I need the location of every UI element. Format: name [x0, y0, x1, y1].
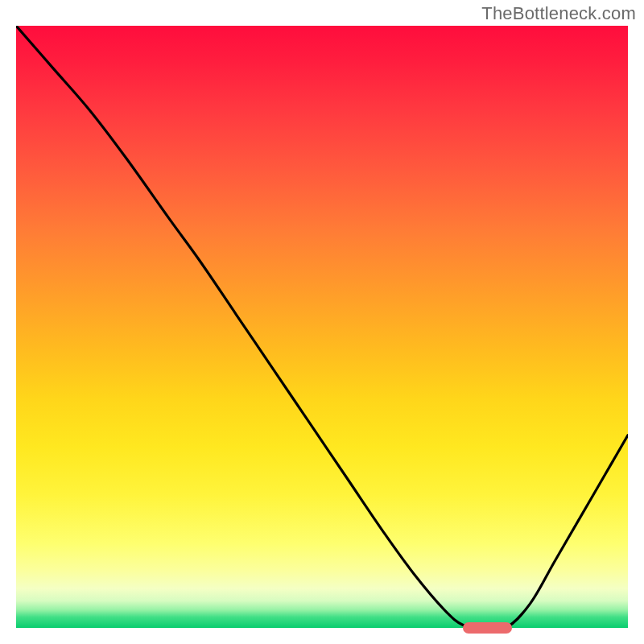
curve-svg [16, 26, 628, 628]
bottleneck-chart: TheBottleneck.com [0, 0, 644, 644]
plot-area [16, 26, 628, 628]
bottleneck-curve [16, 26, 628, 628]
optimal-range-marker [463, 622, 512, 634]
watermark-text: TheBottleneck.com [481, 3, 636, 24]
